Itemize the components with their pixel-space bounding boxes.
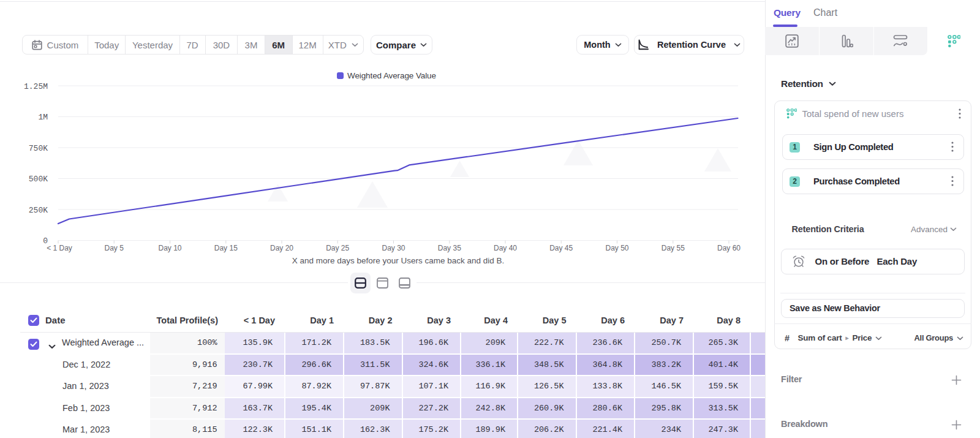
svg-text:Day 10: Day 10: [158, 244, 181, 252]
svg-text:500K: 500K: [29, 175, 48, 184]
svg-text:750K: 750K: [29, 144, 48, 153]
svg-text:Day 30: Day 30: [382, 244, 405, 252]
svg-text:Day 45: Day 45: [549, 244, 573, 252]
svg-text:Day 50: Day 50: [605, 244, 628, 252]
svg-text:Day 60: Day 60: [717, 244, 741, 252]
svg-text:Day 15: Day 15: [214, 244, 238, 252]
svg-text:250K: 250K: [29, 206, 48, 215]
svg-text:< 1 Day: < 1 Day: [47, 244, 72, 252]
svg-text:Day 5: Day 5: [105, 244, 124, 252]
svg-text:Day 20: Day 20: [270, 244, 293, 252]
svg-text:1M: 1M: [38, 113, 48, 122]
svg-text:Day 35: Day 35: [438, 244, 461, 252]
svg-text:1.25M: 1.25M: [24, 82, 48, 91]
svg-text:Day 25: Day 25: [326, 244, 349, 252]
svg-text:Day 55: Day 55: [662, 244, 685, 252]
svg-text:Day 40: Day 40: [494, 244, 517, 252]
